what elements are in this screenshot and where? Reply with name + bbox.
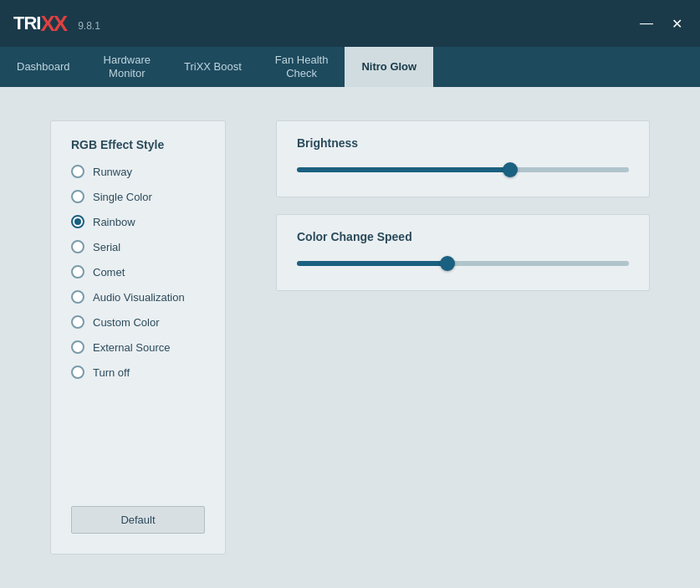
close-button[interactable]: ✕ (667, 13, 687, 33)
option-custom-color[interactable]: Custom Color (71, 315, 205, 329)
brightness-slider[interactable] (297, 167, 629, 172)
label-external-source: External Source (93, 341, 171, 354)
rgb-effect-panel: RGB Effect Style Runway Single Color Rai… (50, 120, 226, 555)
label-serial: Serial (93, 241, 120, 253)
option-single-color[interactable]: Single Color (71, 190, 205, 203)
app-logo: TRI XX (13, 11, 66, 37)
color-change-speed-title: Color Change Speed (297, 230, 629, 243)
logo-xx: XX (40, 11, 66, 37)
option-serial[interactable]: Serial (71, 240, 205, 253)
sliders-panel: Brightness Color Change Speed (276, 120, 650, 555)
brightness-title: Brightness (297, 136, 629, 150)
option-rainbow[interactable]: Rainbow (71, 215, 205, 228)
app-version: 9.8.1 (78, 20, 100, 32)
option-turn-off[interactable]: Turn off (71, 366, 205, 379)
main-content: RGB Effect Style Runway Single Color Rai… (0, 87, 700, 588)
radio-rainbow[interactable] (71, 215, 84, 228)
brightness-card: Brightness (276, 120, 650, 197)
tab-nitro-glow[interactable]: Nitro Glow (345, 47, 433, 87)
minimize-button[interactable]: — (636, 13, 657, 33)
color-change-speed-slider-wrap (297, 255, 629, 272)
option-audio-visualization[interactable]: Audio Visualization (71, 290, 205, 304)
radio-comet[interactable] (71, 265, 84, 279)
label-runway: Runway (93, 166, 132, 178)
tab-dashboard[interactable]: Dashboard (0, 47, 87, 87)
nav-bar: Dashboard HardwareMonitor TriXX Boost Fa… (0, 47, 700, 87)
window-controls: — ✕ (636, 13, 687, 33)
rgb-effect-title: RGB Effect Style (71, 138, 205, 151)
label-comet: Comet (93, 266, 125, 279)
tab-hardware-monitor[interactable]: HardwareMonitor (87, 47, 167, 87)
brightness-slider-wrap (297, 161, 629, 178)
label-turn-off: Turn off (93, 366, 130, 379)
label-audio-visualization: Audio Visualization (93, 291, 185, 304)
label-rainbow: Rainbow (93, 216, 135, 228)
option-runway[interactable]: Runway (71, 165, 205, 178)
default-button[interactable]: Default (71, 506, 205, 534)
title-bar: TRI XX 9.8.1 — ✕ (0, 0, 700, 47)
tab-trixx-boost[interactable]: TriXX Boost (167, 47, 258, 87)
option-comet[interactable]: Comet (71, 265, 205, 279)
label-custom-color: Custom Color (93, 316, 159, 329)
radio-single-color[interactable] (71, 190, 84, 203)
rgb-effect-options: Runway Single Color Rainbow Serial Comet (71, 165, 205, 489)
radio-external-source[interactable] (71, 340, 84, 354)
color-change-speed-card: Color Change Speed (276, 214, 650, 291)
radio-custom-color[interactable] (71, 315, 84, 329)
radio-serial[interactable] (71, 240, 84, 253)
radio-runway[interactable] (71, 165, 84, 178)
app-logo-area: TRI XX 9.8.1 (13, 11, 100, 37)
radio-turn-off[interactable] (71, 366, 84, 379)
option-external-source[interactable]: External Source (71, 340, 205, 354)
tab-fan-health-check[interactable]: Fan HealthCheck (258, 47, 345, 87)
label-single-color: Single Color (93, 191, 152, 203)
color-change-speed-slider[interactable] (297, 261, 629, 266)
radio-audio-visualization[interactable] (71, 290, 84, 304)
logo-tri: TRI (13, 13, 40, 34)
